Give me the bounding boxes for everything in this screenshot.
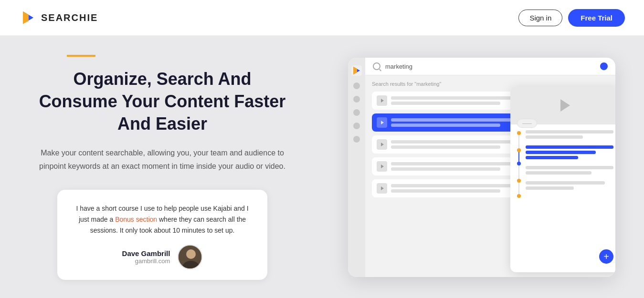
panel-chip: —— [517, 119, 537, 128]
accent-line [67, 55, 95, 57]
panel-line-1a [526, 130, 613, 134]
result-play-3 [377, 139, 387, 150]
testimonial-author: Dave Gambrill gambrill.com [72, 245, 253, 269]
hero-left: Organize, Search And Consume Your Conten… [38, 55, 286, 280]
result-play-5 [377, 183, 387, 194]
hero-right: marketing Search results for "marketing" [348, 58, 615, 277]
panel-plus-button[interactable]: + [599, 249, 613, 264]
panel-section-1 [526, 130, 613, 139]
result-line-5b [391, 189, 500, 193]
sidebar-dot-1 [353, 82, 360, 89]
timeline-dot-3 [517, 162, 521, 165]
hero-subtitle: Make your content searchable, allowing y… [38, 146, 286, 172]
panel-line-4b [526, 186, 574, 190]
panel-line-2a [526, 145, 613, 149]
result-line-3b [391, 145, 500, 149]
searchie-logo-icon [19, 9, 37, 27]
author-info: Dave Gambrill gambrill.com [122, 249, 170, 265]
panel-section-2-active [526, 145, 613, 159]
panel-line-3a [526, 166, 613, 169]
timeline-dot-4 [517, 179, 521, 183]
panel-line-3b [526, 171, 591, 175]
dot-blue [600, 62, 608, 70]
sidebar-dot-4 [353, 123, 360, 129]
app-mockup: marketing Search results for "marketing" [348, 58, 615, 277]
timeline-line-1 [518, 135, 519, 148]
result-line-4b [391, 167, 500, 171]
result-line-2b [391, 123, 500, 127]
search-query-text: marketing [385, 63, 595, 70]
timeline-dot-5 [517, 194, 521, 198]
svg-point-4 [186, 249, 196, 259]
timeline-line-2 [518, 152, 519, 162]
hero-title: Organize, Search And Consume Your Conten… [38, 68, 286, 135]
play-triangle-3 [381, 143, 384, 146]
timeline-col [517, 130, 521, 267]
sidebar-dot-3 [353, 109, 360, 116]
result-play-2 [377, 117, 387, 128]
nav-buttons: Sign in Free Trial [518, 9, 625, 27]
right-panel: —— [510, 86, 615, 272]
panel-line-1b [526, 135, 583, 139]
timeline-line-3 [518, 165, 519, 179]
freetrial-button[interactable]: Free Trial [568, 9, 625, 27]
panel-line-2c [526, 156, 578, 159]
app-sidebar [348, 58, 365, 277]
timeline-dot-1 [517, 131, 521, 135]
panel-section-4 [526, 181, 613, 190]
brand-name: SEARCHIE [41, 12, 98, 23]
avatar [178, 245, 202, 269]
panel-content [510, 124, 615, 272]
panel-line-2b [526, 151, 596, 154]
result-line-1b [391, 102, 500, 105]
avatar-image [179, 246, 202, 269]
result-play-4 [377, 161, 387, 172]
signin-button[interactable]: Sign in [518, 10, 562, 26]
hero-section: Organize, Search And Consume Your Conten… [0, 36, 644, 298]
logo-area: SEARCHIE [19, 9, 98, 27]
sidebar-dot-2 [353, 96, 360, 103]
author-site: gambrill.com [122, 257, 170, 265]
panel-play-large-icon [560, 99, 570, 112]
author-name: Dave Gambrill [122, 249, 170, 257]
result-play-1 [377, 95, 387, 106]
play-triangle-5 [381, 186, 384, 190]
app-sidebar-logo [351, 65, 362, 76]
play-triangle-2 [381, 121, 384, 124]
testimonial-highlight: Bonus section [115, 216, 157, 223]
timeline-dot-2 [517, 148, 521, 152]
app-searchbar: marketing [365, 58, 615, 75]
play-triangle-1 [381, 99, 384, 103]
text-lines-col [526, 130, 613, 267]
search-icon [373, 62, 380, 70]
testimonial-text: I have a short course I use to help peop… [72, 203, 253, 236]
timeline-line-4 [518, 183, 519, 194]
panel-line-4a [526, 181, 605, 185]
testimonial-card: I have a short course I use to help peop… [57, 190, 267, 280]
play-triangle-4 [381, 164, 384, 168]
sidebar-dot-5 [353, 136, 360, 143]
navbar: SEARCHIE Sign in Free Trial [0, 0, 644, 36]
panel-section-3 [526, 166, 613, 175]
